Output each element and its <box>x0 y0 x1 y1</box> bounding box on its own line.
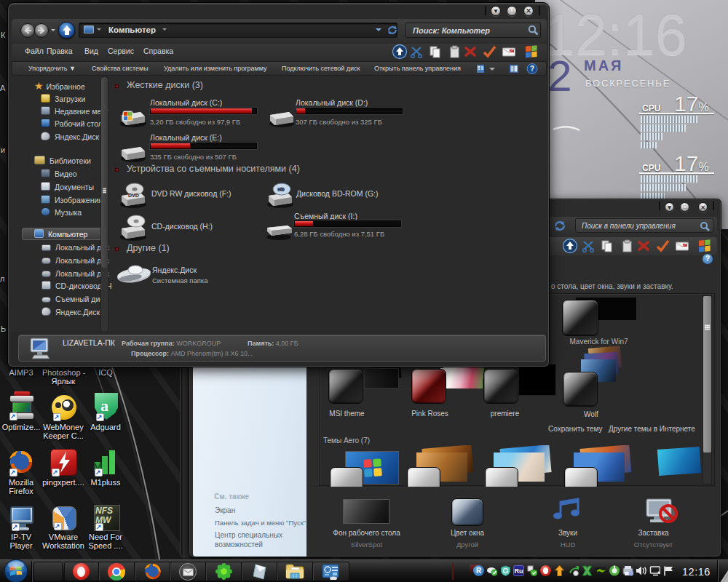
svg-text:BD: BD <box>277 187 285 192</box>
svg-text:?: ? <box>530 65 534 73</box>
svg-text:DVD: DVD <box>128 193 139 198</box>
